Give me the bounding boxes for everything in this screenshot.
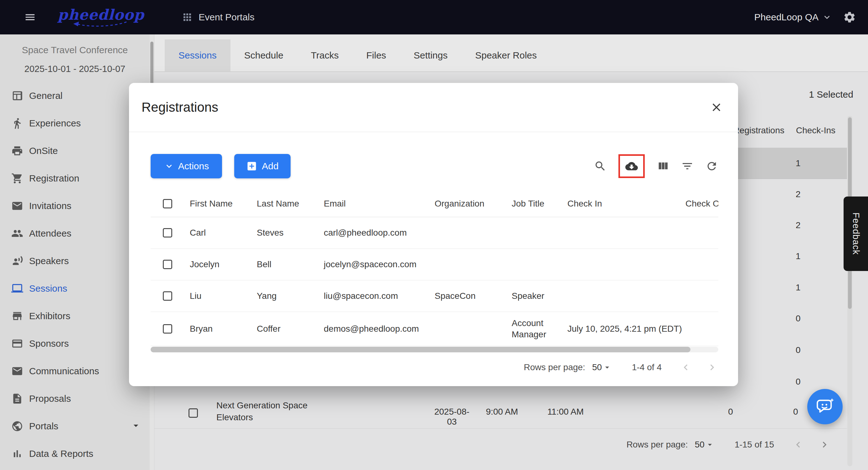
last-name-cell: Coffer <box>257 324 281 334</box>
row-checkbox[interactable] <box>163 260 172 269</box>
table-row[interactable]: Carl Steves carl@pheedloop.com <box>151 217 718 249</box>
row-checkbox[interactable] <box>163 324 172 334</box>
email-cell: demos@pheedloop.com <box>324 324 419 334</box>
column-header: First Name <box>190 199 232 209</box>
last-name-cell: Steves <box>257 228 284 238</box>
rows-per-page-select[interactable]: 50 <box>592 362 612 372</box>
registrations-modal: Registrations Actions Add <box>129 83 738 386</box>
job-title-cell: Account Manager <box>512 317 568 340</box>
email-cell: jocelyn@spacecon.com <box>324 259 416 269</box>
first-name-cell: Bryan <box>190 324 213 334</box>
toolbar-icons <box>594 154 718 178</box>
table-row[interactable]: Jocelyn Bell jocelyn@spacecon.com <box>151 249 718 280</box>
row-checkbox[interactable] <box>163 228 172 237</box>
modal-title: Registrations <box>142 100 218 115</box>
chat-fab[interactable] <box>807 389 843 424</box>
chat-icon <box>815 397 835 417</box>
column-header: Job Title <box>512 198 568 209</box>
modal-pagination: Rows per page: 50 1-4 of 4 <box>524 357 718 378</box>
table-header-row: First Name Last Name Email Organization … <box>151 191 718 217</box>
columns-icon[interactable] <box>657 160 669 172</box>
feedback-label: Feedback <box>851 212 861 255</box>
last-name-cell: Yang <box>257 291 277 301</box>
filter-icon[interactable] <box>681 160 693 172</box>
add-box-icon <box>246 161 257 172</box>
organization-cell: SpaceCon <box>435 291 476 301</box>
close-icon[interactable] <box>710 101 723 114</box>
page-range: 1-4 of 4 <box>632 362 662 372</box>
refresh-icon[interactable] <box>706 160 718 172</box>
row-checkbox[interactable] <box>163 291 172 301</box>
chevron-left-icon[interactable] <box>680 361 692 373</box>
first-name-cell: Jocelyn <box>190 259 219 269</box>
first-name-cell: Carl <box>190 228 206 238</box>
feedback-tab[interactable]: Feedback <box>844 197 868 271</box>
table-row[interactable]: Liu Yang liu@spacecon.com SpaceCon Speak… <box>151 280 718 312</box>
actions-button[interactable]: Actions <box>151 154 222 178</box>
column-header: Organization <box>435 199 485 209</box>
cloud-download-icon[interactable] <box>625 160 638 172</box>
chevron-down-icon <box>164 161 175 171</box>
check-in-cell: July 10, 2025, 4:21 pm (EDT) <box>567 324 715 334</box>
export-highlight-box <box>618 154 645 178</box>
email-cell: carl@pheedloop.com <box>324 228 407 238</box>
chevron-right-icon[interactable] <box>706 361 718 373</box>
modal-header: Registrations <box>129 83 738 132</box>
table-row[interactable]: Bryan Coffer demos@pheedloop.com Account… <box>151 312 718 346</box>
job-title-cell: Speaker <box>512 291 568 302</box>
email-cell: liu@spacecon.com <box>324 291 398 301</box>
add-button[interactable]: Add <box>234 154 290 178</box>
rows-per-page-label: Rows per page: <box>524 362 585 372</box>
caret-down-icon <box>602 363 612 372</box>
last-name-cell: Bell <box>257 259 272 269</box>
column-header: Check Out <box>685 199 718 209</box>
scrollbar-thumb[interactable] <box>151 347 690 352</box>
search-icon[interactable] <box>594 160 607 172</box>
screen: pheedloop Event Portals PheedLoop QA Spa… <box>0 0 868 470</box>
first-name-cell: Liu <box>190 291 202 301</box>
registrations-table: First Name Last Name Email Organization … <box>151 191 718 346</box>
column-header: Last Name <box>257 199 299 209</box>
modal-toolbar: Actions Add <box>151 154 718 178</box>
column-header: Email <box>324 199 346 209</box>
select-all-checkbox[interactable] <box>163 199 172 208</box>
table-horizontal-scrollbar[interactable] <box>151 347 718 352</box>
